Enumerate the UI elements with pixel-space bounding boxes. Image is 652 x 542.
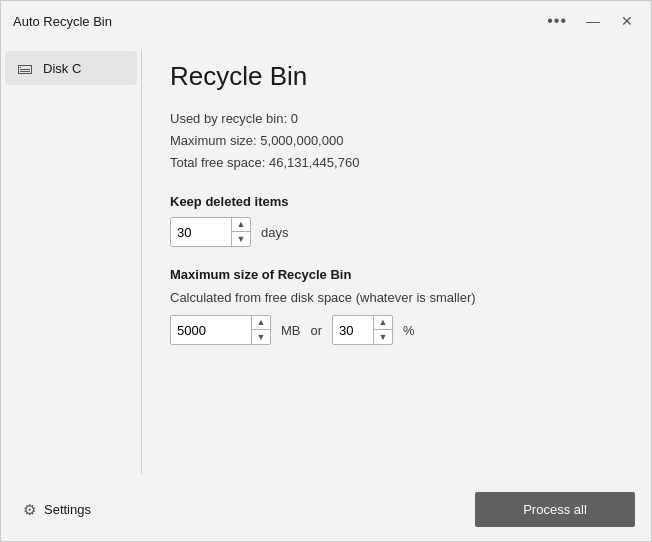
settings-label: Settings (44, 502, 91, 517)
mb-spinner-buttons: ▲ ▼ (251, 316, 270, 344)
content-area: 🖴 Disk C Recycle Bin Used by recycle bin… (1, 41, 651, 482)
max-size-desc: Calculated from free disk space (whateve… (170, 290, 623, 305)
sidebar-item-label: Disk C (43, 61, 81, 76)
days-spinner-buttons: ▲ ▼ (231, 218, 250, 246)
disk-icon: 🖴 (17, 59, 33, 77)
keep-section-label: Keep deleted items (170, 194, 623, 209)
titlebar: Auto Recycle Bin ••• — ✕ (1, 1, 651, 41)
close-button[interactable]: ✕ (611, 5, 643, 37)
sidebar-item-disk-c[interactable]: 🖴 Disk C (5, 51, 137, 85)
percent-up-button[interactable]: ▲ (374, 316, 392, 330)
process-all-button[interactable]: Process all (475, 492, 635, 527)
free-space-label: Total free space: 46,131,445,760 (170, 152, 623, 174)
percent-spinner[interactable]: ▲ ▼ (332, 315, 393, 345)
mb-down-button[interactable]: ▼ (252, 330, 270, 344)
percent-unit-label: % (403, 323, 415, 338)
gear-icon: ⚙ (23, 501, 36, 519)
max-size-label: Maximum size: 5,000,000,000 (170, 130, 623, 152)
used-by-label: Used by recycle bin: 0 (170, 108, 623, 130)
keep-days-row: ▲ ▼ days (170, 217, 623, 247)
window-controls: ••• — ✕ (539, 5, 643, 37)
days-down-button[interactable]: ▼ (232, 232, 250, 246)
more-options-button[interactable]: ••• (539, 8, 575, 34)
sidebar: 🖴 Disk C (1, 41, 141, 482)
mb-spinner[interactable]: ▲ ▼ (170, 315, 271, 345)
recycle-bin-stats: Used by recycle bin: 0 Maximum size: 5,0… (170, 108, 623, 174)
mb-up-button[interactable]: ▲ (252, 316, 270, 330)
mb-unit-label: MB (281, 323, 301, 338)
days-spinner[interactable]: ▲ ▼ (170, 217, 251, 247)
max-size-row: ▲ ▼ MB or ▲ ▼ % (170, 315, 623, 345)
days-input[interactable] (171, 218, 231, 246)
page-title: Recycle Bin (170, 61, 623, 92)
percent-input[interactable] (333, 316, 373, 344)
footer: ⚙ Settings Process all (1, 482, 651, 541)
max-size-section-label: Maximum size of Recycle Bin (170, 267, 623, 282)
mb-input[interactable] (171, 316, 251, 344)
percent-spinner-buttons: ▲ ▼ (373, 316, 392, 344)
minimize-button[interactable]: — (577, 5, 609, 37)
days-unit-label: days (261, 225, 288, 240)
settings-link[interactable]: ⚙ Settings (17, 497, 97, 523)
percent-down-button[interactable]: ▼ (374, 330, 392, 344)
days-up-button[interactable]: ▲ (232, 218, 250, 232)
or-text: or (311, 323, 323, 338)
app-window: Auto Recycle Bin ••• — ✕ 🖴 Disk C Recycl… (0, 0, 652, 542)
main-content: Recycle Bin Used by recycle bin: 0 Maxim… (142, 41, 651, 482)
app-title: Auto Recycle Bin (13, 14, 112, 29)
